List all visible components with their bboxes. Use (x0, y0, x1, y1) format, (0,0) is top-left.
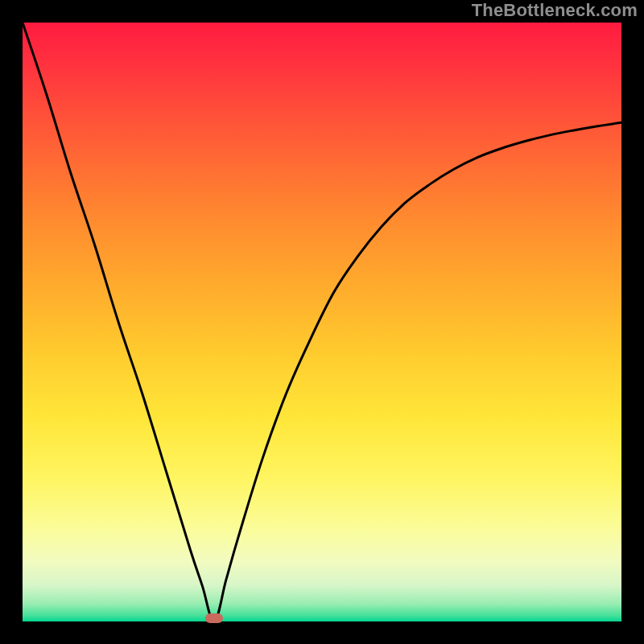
minimum-marker (205, 613, 223, 623)
plot-area (23, 23, 621, 621)
watermark-text: TheBottleneck.com (472, 0, 638, 21)
bottleneck-curve (23, 23, 621, 621)
curve-svg (23, 23, 621, 621)
chart-container: TheBottleneck.com (0, 0, 644, 644)
